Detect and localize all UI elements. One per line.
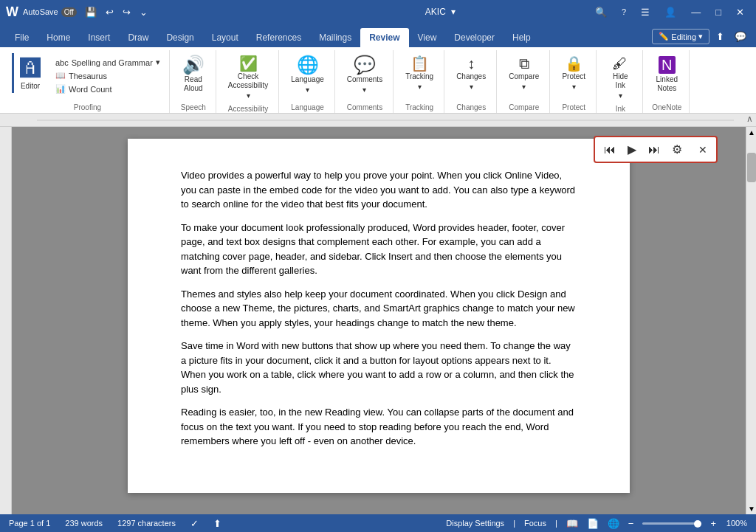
word-count-button[interactable]: 📊 Word Count [52,83,163,95]
view-web-button[interactable]: 🌐 [608,518,619,529]
tab-draw[interactable]: Draw [119,28,157,47]
protect-dropdown: ▾ [572,83,576,91]
ribbon-tab-right: ✏️ Editing ▾ ⬆ 💬 [652,29,750,47]
zoom-in-button[interactable]: + [710,518,716,529]
save-button[interactable]: 💾 [81,5,100,19]
tab-home[interactable]: Home [38,28,79,47]
language-label: Language [291,75,324,84]
protect-button[interactable]: 🔒 Protect ▾ [557,53,590,94]
search-button[interactable]: 🔍 [589,4,613,21]
view-print-button[interactable]: 📄 [587,518,599,529]
editing-icon: ✏️ [659,32,669,41]
read-aloud-next-button[interactable]: ⏭ [644,141,664,159]
undo-button[interactable]: ↩ [102,5,117,19]
check-accessibility-button[interactable]: ✅ CheckAccessibility ▾ [224,53,272,103]
linked-notes-button[interactable]: N LinkedNotes [650,53,683,96]
comments-button[interactable]: 💬 Comments ▾ [343,53,387,97]
ribbon-collapse-button[interactable]: ∧ [746,114,753,124]
redo-button[interactable]: ↪ [119,5,134,19]
proof-check-icon[interactable]: ✓ [190,518,199,529]
scrollbar-thumb[interactable] [747,153,756,182]
tab-help[interactable]: Help [504,28,540,47]
ribbon-group-proofing: 🅰 Editor abc Spelling and Grammar ▾ 📖 Th… [6,50,170,113]
ribbon-group-onenote: N LinkedNotes OneNote [645,50,690,113]
accessibility-icon: ✅ [239,56,258,71]
ribbon-group-accessibility: ✅ CheckAccessibility ▾ Accessibility [218,50,279,113]
changes-label: Changes [456,72,486,81]
language-dropdown: ▾ [306,86,309,94]
autosave-toggle[interactable]: Off [61,7,77,17]
language-button[interactable]: 🌐 Language ▾ [286,53,329,97]
tab-design[interactable]: Design [157,28,202,47]
compare-button[interactable]: ⧉ Compare ▾ [504,53,543,94]
minimize-button[interactable]: — [685,4,707,21]
focus-button[interactable]: Focus [524,519,546,528]
document-area[interactable]: ⏮ ▶ ⏭ ⚙ ✕ Video provides a powerful way … [12,127,746,514]
proofing-label: Proofing [12,102,163,113]
onenote-group-label: OneNote [650,102,683,113]
thesaurus-icon: 📖 [55,71,66,80]
view-read-button[interactable]: 📖 [566,518,578,529]
editor-button[interactable]: 🅰 Editor [12,53,47,93]
read-aloud-prev-button[interactable]: ⏮ [599,141,620,159]
document-content[interactable]: Video provides a powerful way to help yo… [128,139,630,493]
display-settings-button[interactable]: Display Settings [446,519,504,528]
tab-layout[interactable]: Layout [203,28,247,47]
accessibility-dropdown: ▾ [247,91,250,100]
autosave-state: Off [64,8,74,16]
word-count-icon: 📊 [55,84,66,94]
changes-icon: ↕ [467,56,475,71]
ribbon-tab-bar: File Home Insert Draw Design Layout Refe… [0,24,756,47]
editing-mode-button[interactable]: ✏️ Editing ▾ [652,29,709,44]
changes-dropdown: ▾ [470,83,473,91]
close-button[interactable]: ✕ [730,4,750,21]
changes-button[interactable]: ↕ Changes ▾ [452,53,490,94]
tab-view[interactable]: View [409,28,446,47]
upload-icon[interactable]: ⬆ [213,518,221,529]
thesaurus-button[interactable]: 📖 Thesaurus [52,69,163,82]
accessibility-content: ✅ CheckAccessibility ▾ [224,50,272,103]
account-button[interactable]: 👤 [659,4,682,21]
editor-icon: 🅰 [20,56,41,80]
tab-review[interactable]: Review [360,28,408,47]
vertical-scrollbar[interactable]: ▲ ▼ [746,127,756,514]
read-aloud-label: ReadAloud [184,75,203,93]
zoom-slider-thumb[interactable] [694,520,701,528]
tab-insert[interactable]: Insert [79,28,119,47]
read-aloud-button[interactable]: 🔊 ReadAloud [177,53,210,96]
read-aloud-close-button[interactable]: ✕ [694,142,712,158]
ribbon-group-language: 🌐 Language ▾ Language [281,50,335,113]
comments-content: 💬 Comments ▾ [343,50,387,102]
zoom-slider[interactable] [642,522,701,525]
ribbon-display-button[interactable]: ☰ [635,4,656,21]
statusbar: Page 1 of 1 239 words 1297 characters ✓ … [0,514,756,532]
titlebar-controls: 🔍 ? ☰ 👤 — □ ✕ [589,4,750,21]
scroll-down-button[interactable]: ▼ [746,503,756,514]
tab-developer[interactable]: Developer [445,28,504,47]
read-aloud-toolbar: ⏮ ▶ ⏭ ⚙ ✕ [594,136,718,163]
ink-content: 🖋 HideInk ▾ [604,50,636,103]
spelling-grammar-button[interactable]: abc Spelling and Grammar ▾ [52,56,163,69]
zoom-out-button[interactable]: − [628,518,634,529]
thesaurus-label: Thesaurus [69,72,107,80]
tab-references[interactable]: References [247,28,310,47]
proofing-content: 🅰 Editor abc Spelling and Grammar ▾ 📖 Th… [12,50,163,102]
comments-pane-button[interactable]: 💬 [731,30,750,44]
help-button[interactable]: ? [616,4,632,19]
title-dropdown-icon[interactable]: ▾ [451,7,456,17]
changes-group-label: Changes [452,102,490,113]
share-button[interactable]: ⬆ [712,30,728,44]
more-quick-access-button[interactable]: ⌄ [136,5,151,19]
onenote-content: N LinkedNotes [650,50,683,102]
tab-file[interactable]: File [6,28,38,47]
tracking-button[interactable]: 📋 Tracking ▾ [401,53,438,94]
read-aloud-play-button[interactable]: ▶ [623,140,641,159]
hide-ink-button[interactable]: 🖋 HideInk ▾ [604,53,636,103]
scroll-up-button[interactable]: ▲ [746,127,756,138]
ribbon-content: 🅰 Editor abc Spelling and Grammar ▾ 📖 Th… [0,47,756,114]
spelling-icon: abc [55,58,69,67]
maximize-button[interactable]: □ [709,4,727,21]
read-aloud-settings-button[interactable]: ⚙ [667,140,687,159]
hide-ink-label: HideInk [613,72,628,90]
tab-mailings[interactable]: Mailings [310,28,360,47]
